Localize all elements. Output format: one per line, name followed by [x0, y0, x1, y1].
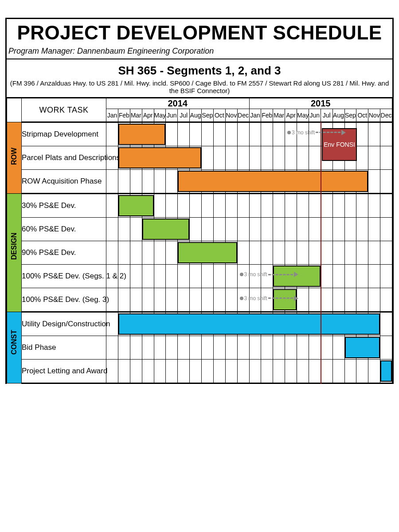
- gantt-cell: [309, 194, 321, 218]
- gantt-cell: [297, 194, 309, 218]
- gantt-cell: [225, 146, 237, 170]
- gantt-cell: [237, 265, 249, 288]
- mon: Sep: [344, 109, 356, 122]
- gantt-bar: [273, 171, 285, 192]
- gantt-bar: [130, 124, 142, 145]
- gantt-cell: [154, 288, 166, 312]
- gantt-cell: [285, 288, 297, 312]
- gantt-bar: [154, 313, 166, 335]
- gantt-cell: [261, 360, 273, 383]
- gantt-bar: [285, 313, 297, 335]
- gantt-bar: [249, 313, 262, 335]
- gantt-cell: [190, 241, 202, 265]
- gantt-cell: [202, 146, 214, 170]
- gantt-cell: [368, 360, 380, 383]
- gantt-cell: [166, 241, 178, 265]
- gantt-bar: [261, 171, 273, 192]
- gantt-bar: [273, 266, 285, 287]
- task-row: 90% PS&E Dev.: [7, 241, 392, 265]
- gantt-bar: [142, 219, 154, 240]
- gantt-bar: [225, 313, 238, 335]
- gantt-cell: [309, 146, 321, 170]
- gantt-cell: [237, 146, 249, 170]
- gantt-cell: [154, 146, 166, 170]
- gantt-cell: [225, 194, 237, 218]
- gantt-cell: [142, 336, 154, 360]
- gantt-bar: [189, 242, 202, 263]
- gantt-cell: [106, 170, 118, 194]
- gantt-cell: [142, 241, 154, 265]
- gantt-cell: [356, 194, 368, 218]
- gantt-cell: [166, 170, 178, 194]
- gantt-cell: [356, 122, 368, 146]
- gantt-cell: [130, 218, 142, 241]
- gantt-cell: [380, 241, 392, 265]
- gantt-cell: [130, 241, 142, 265]
- gantt-cell: [321, 218, 332, 241]
- gantt-cell: [309, 312, 321, 336]
- gantt-bar: [154, 219, 166, 240]
- gantt-cell: [190, 336, 202, 360]
- gantt-cell: [321, 146, 332, 170]
- gantt-cell: [118, 122, 130, 146]
- gantt-cell: [285, 360, 297, 383]
- program-manager-line: Program Manager: Dannenbaum Engineering …: [7, 46, 392, 59]
- gantt-cell: [380, 146, 392, 170]
- gantt-cell: [332, 288, 344, 312]
- gantt-cell: [332, 360, 344, 383]
- gantt-cell: [202, 122, 214, 146]
- task-name: 90% PS&E Dev.: [22, 241, 106, 265]
- task-row: ROWStripmap Development: [7, 122, 392, 146]
- gantt-cell: [380, 122, 392, 146]
- gantt-cell: [344, 360, 356, 383]
- gantt-cell: [166, 312, 178, 336]
- gantt-cell: [297, 241, 309, 265]
- gantt-cell: [273, 312, 285, 336]
- gantt-cell: [285, 194, 297, 218]
- gantt-cell: [273, 360, 285, 383]
- gantt-bar: [213, 171, 226, 192]
- gantt-bar: [213, 242, 226, 263]
- gantt-cell: [213, 241, 225, 265]
- task-row: Bid Phase: [7, 336, 392, 360]
- task-name: 100% PS&E Dev. (Segs. 1 & 2): [22, 265, 106, 288]
- gantt-cell: [273, 146, 285, 170]
- gantt-cell: [106, 360, 118, 383]
- gantt-cell: [356, 241, 368, 265]
- gantt-cell: [213, 146, 225, 170]
- gantt-cell: [332, 194, 344, 218]
- task-row: 100% PS&E Dev. (Segs. 1 & 2): [7, 265, 392, 288]
- gantt-cell: [202, 360, 214, 383]
- gantt-cell: [130, 146, 142, 170]
- gantt-cell: [178, 288, 190, 312]
- gantt-cell: [273, 170, 285, 194]
- gantt-bar: [261, 313, 273, 335]
- gantt-cell: [166, 146, 178, 170]
- gantt-cell: [202, 312, 214, 336]
- worktask-header: WORK TASK: [22, 98, 106, 122]
- gantt-cell: [118, 218, 130, 241]
- page-title: PROJECT DEVELOPMENT SCHEDULE: [7, 22, 392, 44]
- gantt-cell: [297, 170, 309, 194]
- gantt-cell: [237, 241, 249, 265]
- gantt-cell: [237, 218, 249, 241]
- gantt-cell: [178, 312, 190, 336]
- category-label: DESIGN: [10, 246, 18, 260]
- gantt-cell: [249, 122, 261, 146]
- gantt-cell: [190, 265, 202, 288]
- gantt-cell: [249, 288, 261, 312]
- gantt-cell: [297, 122, 309, 146]
- task-name: Project Letting and Award: [22, 360, 106, 383]
- gantt-bar: [297, 171, 309, 192]
- gantt-cell: [202, 170, 214, 194]
- gantt-bar: [130, 147, 142, 168]
- gantt-cell: [273, 194, 285, 218]
- mon: Jul: [321, 109, 332, 122]
- gantt-cell: [202, 336, 214, 360]
- gantt-cell: [309, 265, 321, 288]
- gantt-cell: [261, 170, 273, 194]
- gantt-cell: [142, 170, 154, 194]
- gantt-bar: [213, 313, 226, 335]
- gantt-cell: [142, 312, 154, 336]
- gantt-cell: [178, 265, 190, 288]
